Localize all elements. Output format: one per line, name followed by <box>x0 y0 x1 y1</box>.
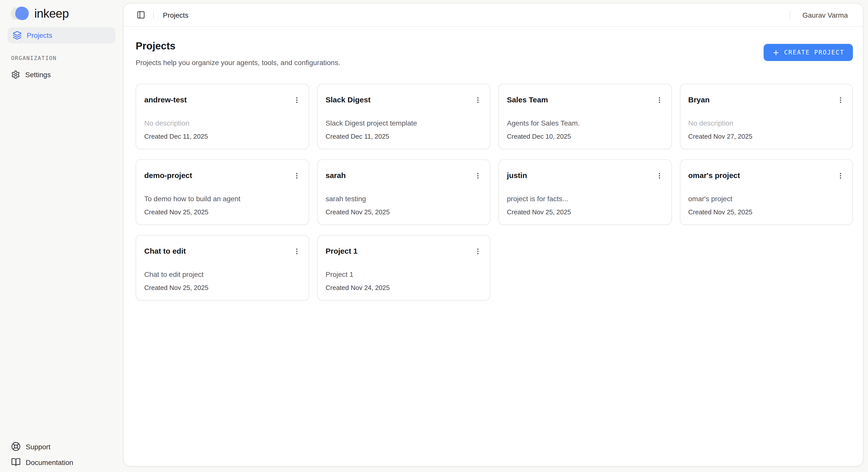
sidebar-spacer <box>0 79 123 442</box>
topbar: Projects Gaurav Varma <box>124 3 863 27</box>
page-title: Projects <box>136 39 340 53</box>
project-menu-button[interactable] <box>291 171 302 181</box>
sidebar-item-label: Projects <box>27 31 52 39</box>
sidebar-footer: Support Documentation <box>0 442 123 472</box>
project-card[interactable]: andrew-test No description Created Dec 1… <box>136 84 309 149</box>
project-menu-button[interactable] <box>653 95 665 105</box>
project-title: Chat to edit <box>144 246 186 256</box>
project-created-date: Created Nov 27, 2025 <box>688 132 844 141</box>
project-card-header: andrew-test <box>144 95 300 105</box>
project-menu-button[interactable] <box>291 95 302 105</box>
sidebar-nav: Projects <box>7 27 116 43</box>
logo[interactable]: inkeep <box>10 6 123 21</box>
project-created-date: Created Nov 25, 2025 <box>507 208 663 217</box>
panel-left-icon <box>137 10 145 19</box>
project-description: sarah testing <box>326 194 482 204</box>
ellipsis-vertical-icon <box>474 248 482 255</box>
project-card-header: justin <box>507 170 663 181</box>
project-title: Sales Team <box>507 95 548 105</box>
project-description: No description <box>144 118 300 128</box>
plus-icon <box>772 49 779 56</box>
ellipsis-vertical-icon <box>655 172 663 180</box>
page-content: Projects Projects help you organize your… <box>124 27 863 301</box>
project-title: demo-project <box>144 170 192 181</box>
project-card-header: Slack Digest <box>326 95 482 105</box>
page-subtitle: Projects help you organize your agents, … <box>136 58 340 68</box>
project-title: Slack Digest <box>326 95 370 105</box>
project-card[interactable]: demo-project To demo how to build an age… <box>136 159 309 225</box>
project-description: project is for facts... <box>507 194 663 204</box>
page-header: Projects Projects help you organize your… <box>136 39 853 68</box>
sidebar-item-settings[interactable]: Settings <box>11 70 123 79</box>
project-menu-button[interactable] <box>835 95 846 105</box>
project-menu-button[interactable] <box>472 95 484 105</box>
project-card-header: sarah <box>326 170 482 181</box>
sidebar-item-support[interactable]: Support <box>11 442 123 451</box>
sidebar-item-documentation[interactable]: Documentation <box>11 458 123 467</box>
project-description: To demo how to build an agent <box>144 194 300 204</box>
project-description: Project 1 <box>326 269 482 279</box>
project-title: Bryan <box>688 95 710 105</box>
project-card[interactable]: Bryan No description Created Nov 27, 202… <box>680 84 853 149</box>
project-card[interactable]: Sales Team Agents for Sales Team. Create… <box>498 84 672 149</box>
project-title: omar's project <box>688 170 740 181</box>
project-description: Chat to edit project <box>144 269 300 279</box>
logo-wordmark: inkeep <box>34 6 69 21</box>
project-card[interactable]: Project 1 Project 1 Created Nov 24, 2025 <box>317 235 490 301</box>
project-created-date: Created Dec 11, 2025 <box>326 132 482 141</box>
project-menu-button[interactable] <box>835 171 846 181</box>
project-card[interactable]: justin project is for facts... Created N… <box>498 159 672 225</box>
ellipsis-vertical-icon <box>293 172 300 180</box>
project-card-header: Project 1 <box>326 246 482 256</box>
sidebar-item-projects[interactable]: Projects <box>7 27 116 43</box>
project-title: Project 1 <box>326 246 358 256</box>
ellipsis-vertical-icon <box>474 172 482 180</box>
project-created-date: Created Dec 11, 2025 <box>144 132 300 141</box>
project-created-date: Created Dec 10, 2025 <box>507 132 663 141</box>
ellipsis-vertical-icon <box>837 172 844 180</box>
project-card-header: demo-project <box>144 170 300 181</box>
sidebar-toggle-button[interactable] <box>137 10 145 19</box>
sidebar: inkeep Projects ORGANIZATION <box>0 0 123 472</box>
project-card-header: Bryan <box>688 95 844 105</box>
project-created-date: Created Nov 24, 2025 <box>326 283 482 292</box>
project-card-header: Sales Team <box>507 95 663 105</box>
ellipsis-vertical-icon <box>293 248 300 255</box>
project-menu-button[interactable] <box>472 247 484 256</box>
inkeep-logo-icon <box>10 6 30 21</box>
project-card[interactable]: sarah sarah testing Created Nov 25, 2025 <box>317 159 490 225</box>
main-panel: Projects Gaurav Varma Projects Projects … <box>123 3 864 467</box>
project-card-header: Chat to edit <box>144 246 300 256</box>
project-menu-button[interactable] <box>653 171 665 181</box>
sidebar-item-label: Support <box>26 442 51 450</box>
ellipsis-vertical-icon <box>293 96 300 104</box>
layers-icon <box>12 31 22 40</box>
create-project-button-label: CREATE PROJECT <box>784 49 844 56</box>
app-root: inkeep Projects ORGANIZATION <box>0 0 868 472</box>
topbar-user-divider <box>790 11 790 19</box>
project-description: Slack Digest project template <box>326 118 482 128</box>
project-title: sarah <box>326 170 346 181</box>
book-open-icon <box>11 458 21 467</box>
breadcrumb[interactable]: Projects <box>163 11 188 19</box>
life-buoy-icon <box>11 442 21 451</box>
project-menu-button[interactable] <box>472 171 484 181</box>
project-card[interactable]: Slack Digest Slack Digest project templa… <box>317 84 490 149</box>
user-menu[interactable]: Gaurav Varma <box>802 11 848 19</box>
projects-grid: andrew-test No description Created Dec 1… <box>136 84 853 301</box>
ellipsis-vertical-icon <box>837 96 844 104</box>
project-menu-button[interactable] <box>291 247 302 256</box>
project-description: Agents for Sales Team. <box>507 118 663 128</box>
project-card[interactable]: omar's project omar's project Created No… <box>680 159 853 225</box>
project-created-date: Created Nov 25, 2025 <box>688 208 844 217</box>
ellipsis-vertical-icon <box>474 96 482 104</box>
topbar-divider <box>153 11 154 19</box>
sidebar-section-label: ORGANIZATION <box>11 55 123 62</box>
page-header-text: Projects Projects help you organize your… <box>136 39 340 68</box>
create-project-button[interactable]: CREATE PROJECT <box>763 44 853 61</box>
project-title: andrew-test <box>144 95 187 105</box>
project-description: No description <box>688 118 844 128</box>
sidebar-item-label: Settings <box>25 71 51 79</box>
project-card[interactable]: Chat to edit Chat to edit project Create… <box>136 235 309 301</box>
ellipsis-vertical-icon <box>655 96 663 104</box>
